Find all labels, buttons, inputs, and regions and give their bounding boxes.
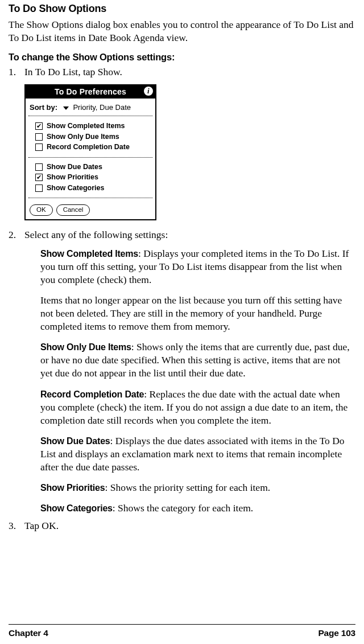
checkbox-icon[interactable] — [35, 163, 43, 171]
dialog-title-bar: To Do Preferences i — [26, 85, 155, 99]
heading-change-settings: To change the Show Options settings: — [9, 51, 355, 64]
check-label: Record Completion Date — [47, 142, 130, 152]
checkbox-icon[interactable] — [35, 122, 43, 130]
check-label: Show Priorities — [47, 173, 98, 182]
setting-bold: Record Completion Date — [40, 389, 144, 399]
sort-value: Priority, Due Date — [73, 103, 131, 112]
setting-bold: Show Priorities — [40, 483, 105, 493]
dropdown-arrow-icon — [63, 106, 69, 110]
check-label: Show Due Dates — [47, 162, 102, 172]
check-label: Show Completed Items — [47, 121, 125, 131]
settings-descriptions: Show Completed Items: Displays your comp… — [40, 247, 353, 515]
footer-chapter: Chapter 4 — [9, 627, 48, 639]
step-1-text: In To Do List, tap Show. — [24, 65, 122, 79]
setting-bold: Show Only Due Items — [40, 342, 131, 352]
dialog-divider — [28, 157, 152, 158]
step-3: 3. Tap OK. — [9, 519, 355, 532]
step-3-number: 3. — [9, 519, 24, 532]
step-2-number: 2. — [9, 228, 24, 241]
step-2: 2. Select any of the following settings: — [9, 228, 355, 241]
setting-text: : Shows the priority setting for each it… — [105, 482, 270, 493]
check-show-categories[interactable]: Show Categories — [28, 183, 152, 194]
check-record-completion[interactable]: Record Completion Date — [28, 142, 152, 153]
setting-show-due-dates: Show Due Dates: Displays the due dates a… — [40, 434, 353, 474]
setting-show-priorities: Show Priorities: Shows the priority sett… — [40, 481, 353, 494]
check-show-completed[interactable]: Show Completed Items — [28, 121, 152, 132]
check-show-only-due[interactable]: Show Only Due Items — [28, 132, 152, 142]
sort-row[interactable]: Sort by: Priority, Due Date — [28, 101, 152, 116]
step-3-text: Tap OK. — [24, 519, 59, 532]
setting-memory-note: Items that no longer appear on the list … — [40, 294, 353, 333]
ok-button[interactable]: OK — [30, 204, 53, 215]
dialog-divider — [28, 198, 152, 198]
checkbox-icon[interactable] — [35, 184, 43, 192]
check-group-2: Show Due Dates Show Priorities Show Cate… — [28, 162, 152, 194]
checkbox-icon[interactable] — [35, 174, 43, 181]
step-1: 1. In To Do List, tap Show. — [9, 65, 355, 79]
setting-show-categories: Show Categories: Shows the category for … — [40, 502, 353, 515]
footer-page: Page 103 — [318, 627, 355, 639]
setting-text: Items that no longer appear on the list … — [40, 294, 342, 332]
check-show-due-dates[interactable]: Show Due Dates — [28, 162, 152, 173]
setting-show-only-due: Show Only Due Items: Shows only the item… — [40, 341, 353, 380]
checkbox-icon[interactable] — [35, 143, 43, 151]
setting-text: : Shows the category for each item. — [113, 502, 253, 514]
check-group-1: Show Completed Items Show Only Due Items… — [28, 121, 152, 153]
dialog-buttons: OK Cancel — [28, 202, 152, 215]
setting-bold: Show Completed Items — [40, 249, 138, 259]
heading-todo-show-options: To Do Show Options — [9, 2, 355, 16]
intro-paragraph: The Show Options dialog box enables you … — [9, 18, 355, 44]
check-label: Show Only Due Items — [47, 132, 119, 142]
check-label: Show Categories — [47, 183, 104, 193]
setting-record-completion: Record Completion Date: Replaces the due… — [40, 388, 353, 427]
setting-bold: Show Categories — [40, 503, 113, 513]
step-1-number: 1. — [9, 65, 24, 79]
page-footer: Chapter 4 Page 103 — [9, 624, 355, 639]
check-show-priorities[interactable]: Show Priorities — [28, 172, 152, 183]
step-2-text: Select any of the following settings: — [24, 228, 168, 241]
setting-show-completed: Show Completed Items: Displays your comp… — [40, 247, 353, 286]
setting-bold: Show Due Dates — [40, 436, 110, 446]
dialog-title-text: To Do Preferences — [55, 87, 126, 97]
sort-label: Sort by: — [30, 103, 57, 112]
cancel-button[interactable]: Cancel — [56, 204, 90, 215]
todo-preferences-dialog: To Do Preferences i Sort by: Priority, D… — [24, 84, 156, 220]
checkbox-icon[interactable] — [35, 133, 43, 141]
info-icon[interactable]: i — [144, 87, 153, 96]
